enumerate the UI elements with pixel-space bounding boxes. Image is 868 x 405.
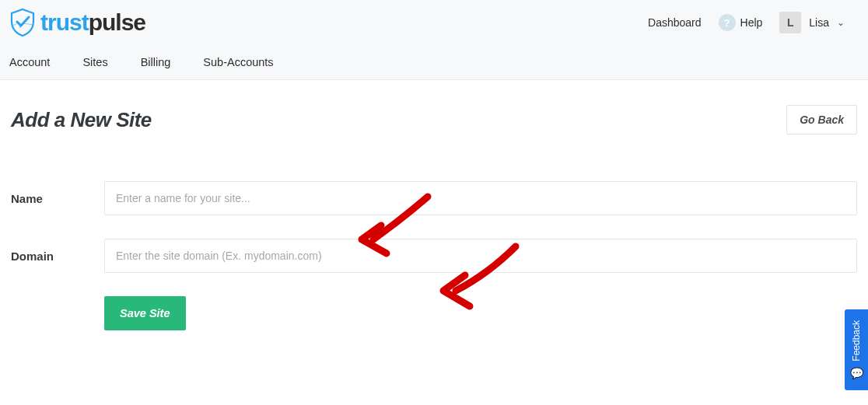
nav-subaccounts[interactable]: Sub-Accounts [203, 56, 273, 68]
header-row: trustpulse Dashboard ? Help L Lisa ⌄ [0, 0, 868, 37]
shield-check-icon [9, 8, 36, 37]
chat-icon: 💬 [850, 367, 863, 379]
domain-label: Domain [11, 250, 104, 263]
sub-nav: Account Sites Billing Sub-Accounts [0, 37, 868, 79]
go-back-button[interactable]: Go Back [786, 105, 857, 134]
dashboard-link[interactable]: Dashboard [648, 16, 702, 29]
chevron-down-icon: ⌄ [837, 17, 845, 28]
name-label: Name [11, 192, 104, 205]
user-name: Lisa [809, 16, 829, 29]
header-actions: Dashboard ? Help L Lisa ⌄ [648, 12, 859, 33]
help-icon: ? [719, 14, 736, 31]
nav-billing[interactable]: Billing [141, 56, 171, 68]
avatar: L [779, 12, 801, 33]
content: Add a New Site Go Back Name Domain Save … [0, 80, 868, 330]
feedback-label: Feedback [851, 320, 862, 361]
help-link[interactable]: ? Help [719, 14, 763, 31]
help-label: Help [740, 16, 763, 29]
header: trustpulse Dashboard ? Help L Lisa ⌄ Acc… [0, 0, 868, 80]
user-menu[interactable]: L Lisa ⌄ [779, 12, 845, 33]
nav-sites[interactable]: Sites [82, 56, 107, 68]
title-row: Add a New Site Go Back [11, 105, 857, 134]
field-name: Name [11, 181, 857, 215]
field-domain: Domain [11, 239, 857, 273]
page-title: Add a New Site [11, 108, 152, 132]
domain-input[interactable] [104, 239, 857, 273]
feedback-tab[interactable]: Feedback 💬 [845, 309, 868, 390]
name-input[interactable] [104, 181, 857, 215]
nav-account[interactable]: Account [9, 56, 50, 68]
logo[interactable]: trustpulse [9, 8, 145, 37]
save-site-button[interactable]: Save Site [104, 296, 186, 330]
logo-text: trustpulse [40, 9, 145, 36]
